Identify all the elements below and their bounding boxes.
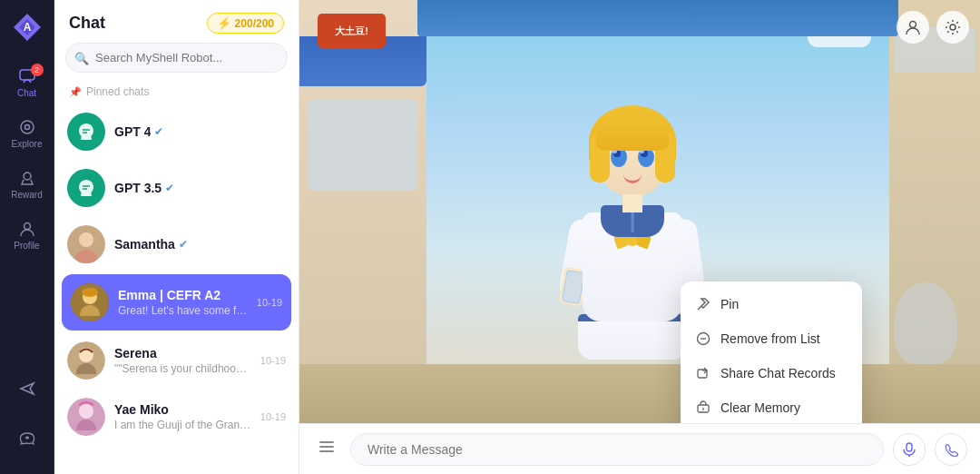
chat-name-emma: Emma | CEFR A2 xyxy=(118,288,220,302)
chat-info-samantha: Samantha ✔ xyxy=(114,237,286,252)
share-menu-icon xyxy=(695,365,711,381)
search-box: 🔍 xyxy=(65,43,288,73)
input-bar xyxy=(299,423,980,474)
verified-icon-gpt35: ✔ xyxy=(165,182,174,194)
menu-button[interactable] xyxy=(312,432,341,466)
chat-name-serena: Serena xyxy=(114,346,157,360)
discord-icon xyxy=(17,430,37,449)
avatar-gpt35 xyxy=(67,169,105,207)
avatar-samantha xyxy=(67,225,105,263)
mouth xyxy=(623,174,642,183)
menu-item-pin[interactable]: Pin xyxy=(681,287,862,321)
top-bar xyxy=(897,11,969,44)
reward-icon xyxy=(17,168,37,188)
chat-item-yae[interactable]: Yae Miko I am the Guuji of the Grand Nar… xyxy=(54,389,299,445)
chat-info-yae: Yae Miko I am the Guuji of the Grand Nar… xyxy=(114,402,251,431)
hair-bangs xyxy=(596,119,669,151)
pinned-label: 📌 Pinned chats xyxy=(54,82,299,104)
chat-header: Chat ⚡ 200/200 xyxy=(54,0,299,43)
svg-point-6 xyxy=(24,173,31,180)
sidebar-item-send[interactable] xyxy=(5,365,49,412)
voice-button[interactable] xyxy=(893,433,926,466)
menu-item-clear-label: Clear Memory xyxy=(720,400,800,415)
svg-point-5 xyxy=(24,124,29,129)
clear-menu-icon xyxy=(695,400,711,416)
chat-name-gpt4: GPT 4 xyxy=(114,124,151,139)
call-button[interactable] xyxy=(935,433,967,466)
chat-item-emma[interactable]: Emma | CEFR A2 Great! Let's have some fu… xyxy=(62,274,291,331)
verified-icon-samantha: ✔ xyxy=(179,238,188,251)
svg-point-17 xyxy=(79,404,93,419)
pin-menu-icon xyxy=(695,296,711,312)
chat-item-samantha[interactable]: Samantha ✔ xyxy=(54,216,299,272)
main-area: 大土豆! xyxy=(299,0,980,474)
chat-preview-serena: ""Serena is your childhood friend ... xyxy=(114,362,251,375)
energy-badge: ⚡ 200/200 xyxy=(207,13,284,34)
svg-point-9 xyxy=(79,232,93,247)
anime-background: 大土豆! xyxy=(299,0,980,423)
neck xyxy=(622,194,642,212)
avatar-yae xyxy=(67,398,105,436)
chat-info-serena: Serena ""Serena is your childhood friend… xyxy=(114,346,251,375)
svg-point-18 xyxy=(910,22,916,28)
store-window xyxy=(309,100,417,191)
sidebar-item-explore[interactable]: Explore xyxy=(5,109,49,156)
chat-badge: 2 xyxy=(31,64,44,76)
chat-date-emma: 10-19 xyxy=(257,297,282,308)
sidebar-item-discord[interactable] xyxy=(5,416,49,463)
character-head xyxy=(592,114,673,201)
store-awning-main xyxy=(417,0,898,36)
svg-point-7 xyxy=(24,222,30,229)
verified-icon-gpt4: ✔ xyxy=(154,125,163,138)
chat-item-gpt35[interactable]: GPT 3.5 ✔ xyxy=(54,160,299,216)
sidebar-item-chat-label: Chat xyxy=(17,88,36,98)
settings-button[interactable] xyxy=(936,11,969,44)
sidebar-item-profile[interactable]: Profile xyxy=(5,211,49,258)
menu-item-remove[interactable]: Remove from List xyxy=(681,321,862,356)
svg-rect-23 xyxy=(906,443,912,451)
chat-info-gpt35: GPT 3.5 ✔ xyxy=(114,181,286,195)
avatar-emma xyxy=(71,283,109,321)
send-icon xyxy=(17,379,37,399)
svg-point-4 xyxy=(21,121,34,133)
chat-title: Chat xyxy=(69,14,105,33)
chat-info-gpt4: GPT 4 ✔ xyxy=(114,124,286,139)
chat-preview-emma: Great! Let's have some fun togeth... xyxy=(118,304,248,317)
chat-list: GPT 4 ✔ GPT 3.5 ✔ xyxy=(54,104,299,474)
menu-item-remove-label: Remove from List xyxy=(720,331,820,346)
svg-text:A: A xyxy=(23,21,31,34)
menu-item-share[interactable]: Share Chat Records xyxy=(681,356,862,390)
message-input[interactable] xyxy=(350,433,884,466)
profile-icon xyxy=(17,219,37,239)
chat-date-yae: 10-19 xyxy=(260,411,286,422)
sidebar-item-chat[interactable]: Chat 2 xyxy=(5,58,49,105)
pin-icon: 📌 xyxy=(69,86,82,98)
app-logo: A xyxy=(11,11,44,44)
sidebar-item-reward[interactable]: Reward xyxy=(5,160,49,207)
store-left-wall: 大土豆! xyxy=(299,0,426,423)
avatar-serena xyxy=(67,341,105,380)
search-input[interactable] xyxy=(65,43,288,73)
menu-item-share-label: Share Chat Records xyxy=(720,366,836,380)
menu-item-clear[interactable]: Clear Memory xyxy=(681,390,862,423)
svg-point-13 xyxy=(82,288,98,297)
ground xyxy=(299,364,980,423)
sidebar-item-explore-label: Explore xyxy=(12,139,43,149)
chat-name-samantha: Samantha xyxy=(114,237,175,252)
chat-item-gpt4[interactable]: GPT 4 ✔ xyxy=(54,104,299,160)
energy-label: 200/200 xyxy=(235,17,274,30)
sidebar-item-reward-label: Reward xyxy=(11,190,42,200)
chat-item-serena[interactable]: Serena ""Serena is your childhood friend… xyxy=(54,332,299,389)
context-menu: Pin Remove from List xyxy=(681,281,862,423)
chat-name-gpt35: GPT 3.5 xyxy=(114,181,162,195)
chat-date-serena: 10-19 xyxy=(260,355,286,366)
ghost-shape xyxy=(894,282,957,364)
search-icon: 🔍 xyxy=(74,51,89,64)
icon-sidebar: A Chat 2 Explore Reward xyxy=(0,0,54,474)
chat-name-yae: Yae Miko xyxy=(114,402,169,417)
user-profile-button[interactable] xyxy=(897,11,929,44)
energy-icon: ⚡ xyxy=(217,16,231,30)
avatar-gpt4 xyxy=(67,113,105,151)
sidebar-item-profile-label: Profile xyxy=(14,241,39,251)
menu-item-pin-label: Pin xyxy=(720,297,739,311)
